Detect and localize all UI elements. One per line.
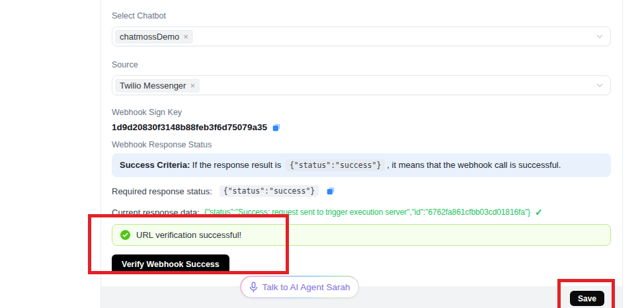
talk-to-ai-agent-button[interactable]: Talk to AI Agent Sarah xyxy=(241,277,358,297)
ai-agent-pill-border: Talk to AI Agent Sarah xyxy=(240,276,359,298)
criteria-end-text: , it means that the webhook call is succ… xyxy=(387,160,561,170)
source-select[interactable]: Twilio Messenger × xyxy=(112,75,611,95)
microphone-icon xyxy=(249,282,258,293)
check-circle-icon xyxy=(120,230,130,240)
current-response-label: Current response data: xyxy=(112,208,200,217)
verify-webhook-button[interactable]: Verify Webhook Success xyxy=(112,254,229,274)
required-status-row: Required response status: {"status":"suc… xyxy=(112,185,611,197)
criteria-bold-text: Success Criteria: xyxy=(120,160,190,170)
save-button[interactable]: Save xyxy=(570,291,604,306)
panel-content: Select Chatbot chatmossDemo × Source Twi… xyxy=(101,0,622,274)
url-verification-alert: URL verification successful! xyxy=(112,224,611,246)
sign-key-label: Webhook Sign Key xyxy=(112,107,611,118)
talk-to-ai-agent-label: Talk to AI Agent Sarah xyxy=(262,282,350,292)
current-response-value: {"status":"Success: request sent to trig… xyxy=(204,208,530,217)
chatbot-tag-remove-icon[interactable]: × xyxy=(183,32,188,41)
sign-key-value: 1d9d20830f3148b88feb3f6d75079a35 xyxy=(112,122,267,132)
chatbot-tag: chatmossDemo × xyxy=(115,30,193,44)
current-response-row: Current response data: {"status":"Succes… xyxy=(112,207,611,217)
screen: Select Chatbot chatmossDemo × Source Twi… xyxy=(0,0,644,308)
required-status-code-chip: {"status":"success"} xyxy=(220,185,319,197)
chevron-down-icon xyxy=(596,81,604,89)
sign-key-row: 1d9d20830f3148b88feb3f6d75079a35 xyxy=(112,122,611,132)
url-verification-message: URL verification successful! xyxy=(136,230,241,240)
chevron-down-icon xyxy=(596,32,604,40)
criteria-mid-text: If the response result is xyxy=(190,160,281,170)
success-criteria-info-box: Success Criteria: If the response result… xyxy=(112,153,611,177)
check-icon: ✓ xyxy=(535,207,543,217)
criteria-code-chip: {"status":"success"} xyxy=(286,159,385,171)
response-status-label: Webhook Response Status xyxy=(112,139,611,150)
source-tag-remove-icon[interactable]: × xyxy=(190,81,195,90)
footer-bar: Save xyxy=(101,286,622,308)
copy-icon[interactable] xyxy=(326,186,335,196)
webhook-config-panel: Select Chatbot chatmossDemo × Source Twi… xyxy=(101,0,623,308)
required-status-label: Required response status: xyxy=(112,186,212,196)
copy-icon[interactable] xyxy=(272,123,281,132)
select-chatbot-label: Select Chatbot xyxy=(112,11,611,21)
chatbot-select[interactable]: chatmossDemo × xyxy=(112,26,611,46)
source-tag: Twilio Messenger × xyxy=(115,79,200,93)
source-tag-label: Twilio Messenger xyxy=(120,81,186,91)
chatbot-tag-label: chatmossDemo xyxy=(120,32,179,42)
source-label: Source xyxy=(112,59,611,70)
